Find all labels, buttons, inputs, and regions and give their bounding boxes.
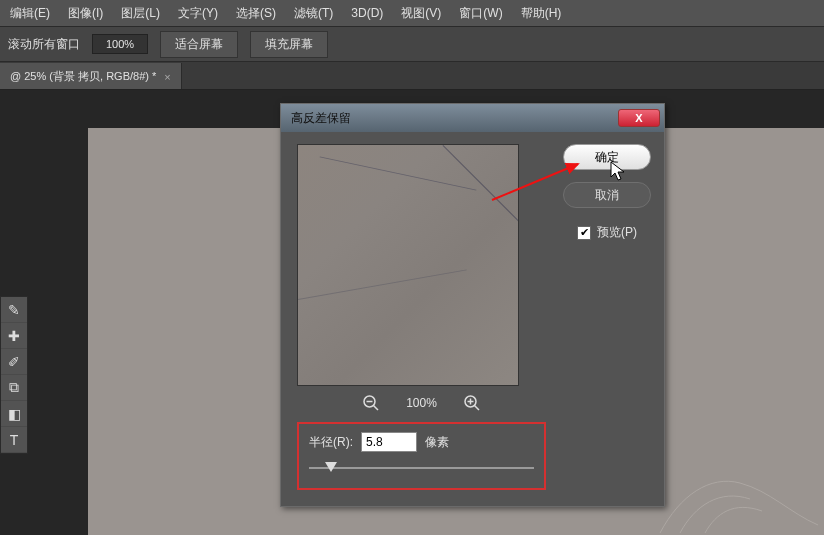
type-tool-icon[interactable]: T	[1, 427, 27, 453]
menu-bar: 编辑(E) 图像(I) 图层(L) 文字(Y) 选择(S) 滤镜(T) 3D(D…	[0, 0, 824, 26]
svg-line-6	[474, 406, 479, 411]
fill-screen-button[interactable]: 填充屏幕	[250, 31, 328, 58]
options-bar: 滚动所有窗口 100% 适合屏幕 填充屏幕	[0, 26, 824, 62]
stamp-tool-icon[interactable]: ⧉	[1, 375, 27, 401]
document-tab[interactable]: @ 25% (背景 拷贝, RGB/8#) * ×	[0, 63, 182, 89]
menu-layer[interactable]: 图层(L)	[121, 5, 160, 22]
menu-image[interactable]: 图像(I)	[68, 5, 103, 22]
radius-input[interactable]	[361, 432, 417, 452]
document-tabstrip: @ 25% (背景 拷贝, RGB/8#) * ×	[0, 62, 824, 90]
radius-unit: 像素	[425, 434, 449, 451]
radius-label: 半径(R):	[309, 434, 353, 451]
zoom-field[interactable]: 100%	[92, 34, 148, 54]
zoom-in-icon[interactable]	[463, 394, 481, 412]
cancel-button[interactable]: 取消	[563, 182, 651, 208]
document-tab-title: @ 25% (背景 拷贝, RGB/8#) *	[10, 69, 156, 84]
brush-tool-icon[interactable]: ✐	[1, 349, 27, 375]
zoom-out-icon[interactable]	[362, 394, 380, 412]
menu-select[interactable]: 选择(S)	[236, 5, 276, 22]
radius-parameter-group: 半径(R): 像素	[297, 422, 546, 490]
dialog-close-button[interactable]: X	[618, 109, 660, 127]
preview-zoom-value: 100%	[406, 396, 437, 410]
radius-slider[interactable]	[309, 462, 534, 474]
healing-tool-icon[interactable]: ✚	[1, 323, 27, 349]
ok-button[interactable]: 确定	[563, 144, 651, 170]
gradient-tool-icon[interactable]: ◧	[1, 401, 27, 427]
menu-window[interactable]: 窗口(W)	[459, 5, 502, 22]
menu-edit[interactable]: 编辑(E)	[10, 5, 50, 22]
high-pass-dialog: 高反差保留 X 100% 半径(R): 像素	[280, 103, 665, 507]
tools-panel: ✎ ✚ ✐ ⧉ ◧ T	[0, 296, 28, 454]
preview-checkbox[interactable]: ✔	[577, 226, 591, 240]
menu-type[interactable]: 文字(Y)	[178, 5, 218, 22]
svg-line-2	[374, 406, 379, 411]
dialog-title: 高反差保留	[291, 110, 351, 127]
menu-view[interactable]: 视图(V)	[401, 5, 441, 22]
fit-screen-button[interactable]: 适合屏幕	[160, 31, 238, 58]
menu-3d[interactable]: 3D(D)	[351, 6, 383, 20]
canvas-content	[650, 455, 820, 535]
scroll-all-label: 滚动所有窗口	[8, 36, 80, 53]
preview-image[interactable]	[297, 144, 519, 386]
dialog-titlebar[interactable]: 高反差保留 X	[281, 104, 664, 132]
preview-checkbox-label: 预览(P)	[597, 224, 637, 241]
close-tab-icon[interactable]: ×	[164, 71, 170, 83]
menu-help[interactable]: 帮助(H)	[521, 5, 562, 22]
menu-filter[interactable]: 滤镜(T)	[294, 5, 333, 22]
eyedropper-tool-icon[interactable]: ✎	[1, 297, 27, 323]
